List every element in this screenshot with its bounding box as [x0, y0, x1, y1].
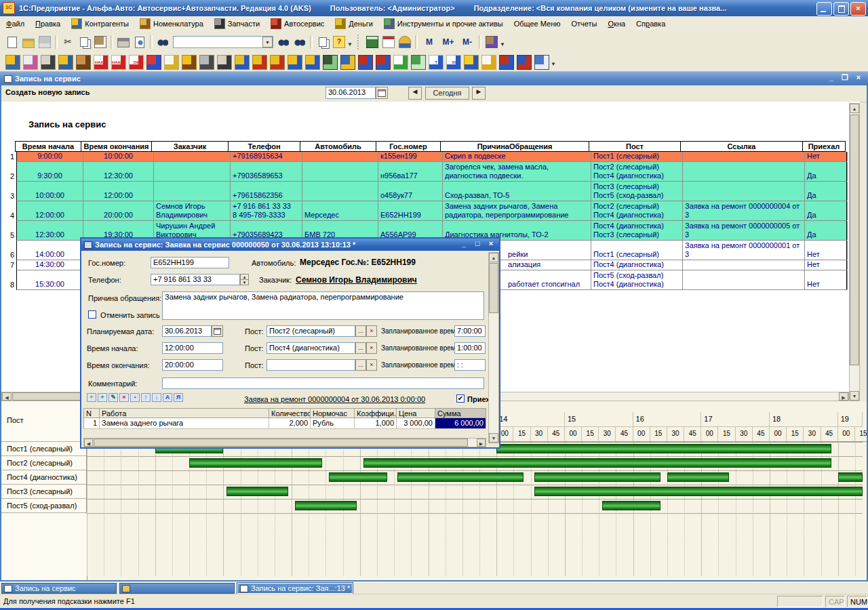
sort-desc-icon[interactable]: Я: [174, 393, 183, 402]
gantt-bar[interactable]: [363, 458, 831, 468]
post-combo[interactable]: [267, 359, 355, 371]
doc-ok-icon[interactable]: ОК: [129, 55, 144, 70]
find-next-icon[interactable]: [276, 35, 291, 49]
post-select-button[interactable]: ...: [355, 359, 366, 371]
money-transfer-icon[interactable]: [270, 55, 285, 70]
works-column-header[interactable]: Нормочас: [311, 408, 355, 418]
report-chart-icon[interactable]: [393, 55, 408, 70]
post-clear-button[interactable]: ×: [366, 342, 377, 354]
calendar-picker-button[interactable]: [212, 325, 223, 337]
copy-icon[interactable]: [77, 35, 92, 49]
client-car-icon[interactable]: [23, 55, 38, 70]
menu-item-правка[interactable]: Правка: [33, 18, 62, 29]
post-clear-button[interactable]: ×: [366, 325, 377, 337]
table-row[interactable]: 9:00:0010:00:00+79168915634к155ен199Скри…: [16, 152, 847, 162]
menu-item-автосервис[interactable]: Автосервис: [269, 17, 326, 30]
window-copy-icon[interactable]: [315, 35, 330, 49]
dropdown-arrow-icon[interactable]: ▼: [500, 41, 505, 47]
column-header-5[interactable]: Гос.номер: [376, 141, 441, 152]
column-header-8[interactable]: Ссылка: [681, 141, 803, 152]
window-tab-1[interactable]: [119, 583, 235, 594]
money-in-icon[interactable]: [235, 55, 250, 70]
scroll-up-icon[interactable]: ▲: [489, 253, 498, 262]
paste-icon[interactable]: [93, 35, 108, 49]
scroll-down-icon[interactable]: ▼: [489, 433, 498, 443]
table-row[interactable]: 9:30:0012:30:00+79036589653н956ва177Заго…: [16, 162, 847, 182]
text-tool-icon[interactable]: Т: [429, 55, 443, 70]
employees-icon[interactable]: [58, 55, 73, 70]
column-header-9[interactable]: Приехал: [803, 141, 846, 152]
menu-item-номенклатура[interactable]: Номенклатура: [138, 17, 205, 30]
post-select-button[interactable]: ...: [355, 342, 366, 354]
add-icon[interactable]: +: [87, 393, 96, 402]
gantt-bar[interactable]: [602, 501, 660, 510]
menu-item-справка[interactable]: Справка: [634, 18, 667, 29]
invoice-plus-icon[interactable]: НАКЛ+: [111, 55, 126, 70]
service-check-icon[interactable]: [358, 55, 373, 70]
close-button[interactable]: ×: [850, 2, 866, 16]
service-arrow-icon[interactable]: [376, 55, 391, 70]
money-out-icon[interactable]: [252, 55, 267, 70]
column-header-6[interactable]: ПричинаОбращения: [441, 141, 589, 152]
sort-asc-icon[interactable]: А: [163, 393, 172, 402]
si-icon[interactable]: SI: [446, 55, 461, 70]
memory-minus-button[interactable]: М-: [458, 35, 476, 49]
column-header-3[interactable]: Телефон: [229, 141, 300, 152]
scroll-right-icon[interactable]: ▶: [839, 392, 848, 401]
exchange-arrows-icon[interactable]: [146, 55, 161, 70]
gantt-bar[interactable]: [397, 472, 524, 482]
partners-icon[interactable]: [340, 55, 355, 70]
works-column-header[interactable]: Коэффици...: [355, 408, 397, 418]
works-column-header[interactable]: Работа: [100, 408, 269, 418]
gantt-bar[interactable]: [534, 472, 660, 482]
post-ok-icon[interactable]: ▪: [130, 393, 140, 402]
insert-icon[interactable]: +: [98, 393, 107, 402]
catalog-cabinet-icon[interactable]: [76, 55, 91, 70]
memory-button[interactable]: М: [420, 35, 438, 49]
service-money-icon[interactable]: [499, 55, 514, 70]
child-minimize-button[interactable]: _: [826, 73, 837, 82]
contractors-icon[interactable]: [5, 55, 20, 70]
menu-item-файл[interactable]: Файл: [4, 18, 26, 29]
post-combo[interactable]: Пост4 (диагностика): [267, 342, 355, 354]
works-cell[interactable]: Замена заднего рычага: [100, 418, 269, 429]
menu-item-запчасти[interactable]: Запчасти: [212, 17, 262, 30]
child-restore-button[interactable]: ❐: [840, 73, 850, 82]
cancel-record-checkbox[interactable]: [88, 310, 96, 319]
menu-item-окна[interactable]: Окна: [606, 18, 628, 29]
timer-icon[interactable]: [534, 55, 549, 70]
column-header-0[interactable]: Время начала: [15, 141, 81, 152]
edit-icon[interactable]: ✎: [108, 393, 118, 402]
scroll-left-icon[interactable]: ◀: [84, 439, 93, 447]
dialog-vertical-scrollbar[interactable]: ▲ ▼: [488, 252, 499, 443]
abacus-icon[interactable]: [217, 55, 232, 70]
post-select-button[interactable]: ...: [355, 325, 366, 337]
service-settings-icon[interactable]: [484, 35, 499, 49]
arrived-checkbox[interactable]: ✔: [456, 394, 465, 403]
works-cell[interactable]: 1,000: [355, 418, 397, 429]
planned-time-input[interactable]: 1:00:00: [454, 342, 486, 354]
works-cell[interactable]: 2,000: [269, 418, 311, 429]
new-document-icon[interactable]: [5, 35, 20, 49]
print-icon[interactable]: [116, 35, 131, 49]
menu-item-общее-меню[interactable]: Общее Меню: [512, 18, 563, 29]
schedule-vertical-scrollbar[interactable]: ▲ ▼: [849, 103, 860, 401]
help-icon[interactable]: ?: [332, 35, 347, 49]
restore-button[interactable]: [833, 2, 849, 16]
gantt-bar[interactable]: [534, 487, 863, 496]
works-cell[interactable]: 1: [83, 418, 100, 429]
gear-icon[interactable]: [199, 55, 214, 70]
cash-icon[interactable]: [411, 55, 426, 70]
gantt-bar[interactable]: [295, 501, 357, 510]
dialog-maximize-button[interactable]: □: [472, 239, 483, 247]
reg-number-input[interactable]: Е652НН199: [151, 257, 229, 268]
create-record-button[interactable]: Создать новую запись: [5, 88, 90, 96]
comment-input[interactable]: [162, 378, 484, 389]
calendar-icon[interactable]: [381, 35, 396, 49]
window-tab-2[interactable]: Запись на сервис: Зая...:13 *: [237, 583, 353, 594]
scroll-up-icon[interactable]: ▲: [850, 104, 859, 113]
delete-icon[interactable]: ×: [119, 393, 129, 402]
gantt-bar[interactable]: [496, 444, 831, 453]
today-button[interactable]: Сегодня: [425, 87, 469, 100]
cause-textarea[interactable]: Замена задних рычагов, Замена радиатора,…: [162, 291, 484, 320]
